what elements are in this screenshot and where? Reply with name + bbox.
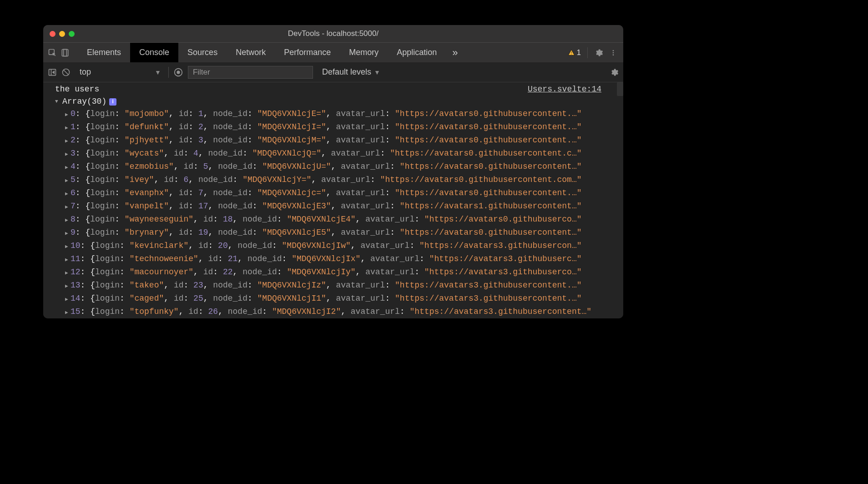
array-row[interactable]: ▶15: {login: "topfunky", id: 26, node_id… xyxy=(65,306,623,318)
disclosure-triangle-icon[interactable]: ▶ xyxy=(65,148,70,161)
log-message-label: the users xyxy=(55,83,99,96)
inspect-element-icon[interactable] xyxy=(48,48,57,57)
array-row[interactable]: ▶9: {login: "brynary", id: 19, node_id: … xyxy=(65,227,623,240)
disclosure-triangle-icon[interactable]: ▶ xyxy=(65,307,70,318)
warnings-count: 1 xyxy=(577,48,581,57)
warning-icon xyxy=(568,49,575,56)
levels-label: Default levels xyxy=(322,67,371,77)
info-icon[interactable]: i xyxy=(109,98,116,106)
tab-network[interactable]: Network xyxy=(227,43,275,62)
disclosure-triangle-icon[interactable]: ▶ xyxy=(65,161,70,174)
minimize-icon[interactable] xyxy=(59,31,65,37)
device-toolbar-icon[interactable] xyxy=(61,48,70,57)
main-tabs-row: Elements Console Sources Network Perform… xyxy=(43,42,623,62)
tab-performance[interactable]: Performance xyxy=(275,43,340,62)
array-row[interactable]: ▶11: {login: "technoweenie", id: 21, nod… xyxy=(65,253,623,266)
filter-input[interactable] xyxy=(188,66,313,79)
disclosure-triangle-icon[interactable]: ▶ xyxy=(65,254,70,266)
devtools-window: DevTools - localhost:5000/ Elements Cons… xyxy=(43,25,623,318)
context-select[interactable]: top ▼ xyxy=(75,67,164,77)
tab-memory[interactable]: Memory xyxy=(340,43,388,62)
svg-point-8 xyxy=(177,71,180,74)
divider xyxy=(587,47,588,58)
array-row[interactable]: ▶8: {login: "wayneeseguin", id: 18, node… xyxy=(65,213,623,227)
array-row[interactable]: ▶10: {login: "kevinclark", id: 20, node_… xyxy=(65,240,623,253)
disclosure-triangle-icon[interactable]: ▼ xyxy=(55,96,60,108)
array-row[interactable]: ▶14: {login: "caged", id: 25, node_id: "… xyxy=(65,292,623,306)
array-row[interactable]: ▶5: {login: "ivey", id: 6, node_id: "MDQ… xyxy=(65,174,623,187)
disclosure-triangle-icon[interactable]: ▶ xyxy=(65,135,70,147)
console-filter-row: top ▼ Default levels ▼ xyxy=(43,62,623,82)
window-title: DevTools - localhost:5000/ xyxy=(43,29,623,38)
array-row[interactable]: ▶0: {login: "mojombo", id: 1, node_id: "… xyxy=(65,108,623,121)
disclosure-triangle-icon[interactable]: ▶ xyxy=(65,293,70,306)
svg-rect-1 xyxy=(62,49,68,56)
disclosure-triangle-icon[interactable]: ▶ xyxy=(65,201,70,213)
source-link[interactable]: Users.svelte:14 xyxy=(528,83,601,96)
kebab-menu-icon[interactable] xyxy=(610,48,617,57)
array-row[interactable]: ▶13: {login: "takeo", id: 23, node_id: "… xyxy=(65,279,623,292)
scrollbar[interactable] xyxy=(617,82,623,96)
array-row[interactable]: ▶3: {login: "wycats", id: 4, node_id: "M… xyxy=(65,147,623,161)
close-icon[interactable] xyxy=(50,31,56,37)
chevron-down-icon: ▼ xyxy=(155,69,161,76)
sidebar-toggle-icon[interactable] xyxy=(48,68,57,77)
warnings-badge[interactable]: 1 xyxy=(568,48,581,57)
array-header[interactable]: ▼ Array(30) i xyxy=(43,96,623,108)
array-row[interactable]: ▶4: {login: "ezmobius", id: 5, node_id: … xyxy=(65,161,623,174)
svg-point-3 xyxy=(613,50,614,51)
live-expression-icon[interactable] xyxy=(173,67,183,77)
array-items: ▶0: {login: "mojombo", id: 1, node_id: "… xyxy=(43,108,623,318)
array-row[interactable]: ▶2: {login: "pjhyett", id: 3, node_id: "… xyxy=(65,134,623,147)
disclosure-triangle-icon[interactable]: ▶ xyxy=(65,122,70,134)
console-output: the users Users.svelte:14 ▼ Array(30) i … xyxy=(43,82,623,318)
disclosure-triangle-icon[interactable]: ▶ xyxy=(65,188,70,200)
tab-sources[interactable]: Sources xyxy=(178,43,227,62)
array-row[interactable]: ▶6: {login: "evanphx", id: 7, node_id: "… xyxy=(65,187,623,200)
array-row[interactable]: ▶7: {login: "vanpelt", id: 17, node_id: … xyxy=(65,200,623,213)
tabs-list: Elements Console Sources Network Perform… xyxy=(78,43,446,62)
disclosure-triangle-icon[interactable]: ▶ xyxy=(65,109,70,121)
disclosure-triangle-icon[interactable]: ▶ xyxy=(65,214,70,227)
console-settings-icon[interactable] xyxy=(610,68,623,77)
window-controls xyxy=(50,31,75,37)
tab-application[interactable]: Application xyxy=(388,43,446,62)
disclosure-triangle-icon[interactable]: ▶ xyxy=(65,280,70,292)
titlebar: DevTools - localhost:5000/ xyxy=(43,25,623,42)
array-row[interactable]: ▶1: {login: "defunkt", id: 2, node_id: "… xyxy=(65,121,623,134)
svg-rect-2 xyxy=(64,49,67,56)
more-tabs-icon[interactable]: » xyxy=(446,47,464,59)
array-row[interactable]: ▶12: {login: "macournoyer", id: 22, node… xyxy=(65,266,623,279)
svg-point-5 xyxy=(613,54,614,55)
array-label: Array(30) xyxy=(62,96,106,108)
tab-console[interactable]: Console xyxy=(130,43,178,62)
context-label: top xyxy=(80,67,91,77)
tab-elements[interactable]: Elements xyxy=(78,43,130,62)
settings-icon[interactable] xyxy=(594,48,603,57)
clear-console-icon[interactable] xyxy=(61,68,71,77)
disclosure-triangle-icon[interactable]: ▶ xyxy=(65,241,70,253)
divider xyxy=(168,67,169,78)
disclosure-triangle-icon[interactable]: ▶ xyxy=(65,227,70,240)
log-levels-select[interactable]: Default levels ▼ xyxy=(318,67,380,77)
disclosure-triangle-icon[interactable]: ▶ xyxy=(65,175,70,187)
svg-point-4 xyxy=(613,52,614,53)
zoom-icon[interactable] xyxy=(69,31,75,37)
disclosure-triangle-icon[interactable]: ▶ xyxy=(65,267,70,279)
chevron-down-icon: ▼ xyxy=(374,69,380,76)
